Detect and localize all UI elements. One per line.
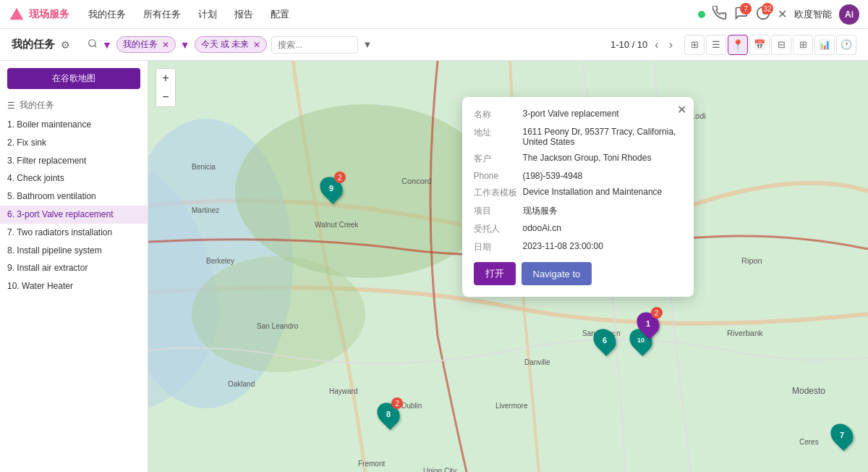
svg-text:Concord: Concord [401,177,432,185]
filter-icon-2: ▼ [180,39,190,51]
user-name: 欧度智能 [794,8,832,21]
nav-item-alltasks[interactable]: 所有任务 [136,5,188,24]
view-table-button[interactable]: ⊞ [793,35,813,55]
nav-right: 7 32 ✕ 欧度智能 Ai [698,4,859,25]
popup-row-phone: Phone (198)-539-4948 [474,171,682,181]
view-list-button[interactable]: ☰ [706,35,726,55]
marker-7-label: 7 [840,431,844,439]
svg-text:Hayward: Hayward [329,387,357,395]
marker-8[interactable]: 8 2 [378,402,399,426]
pagination-text: 1-10 / 10 [610,39,647,50]
sidebar-section-title: ☰ 我的任务 [0,96,148,116]
nav-item-config[interactable]: 配置 [263,5,297,24]
pagination: 1-10 / 10 ‹ › [610,37,676,53]
popup-project-value: 现场服务 [523,205,558,217]
svg-text:Benicia: Benicia [192,163,216,171]
popup-assignee-value: odooAi.cn [523,223,561,235]
filter-chip-mytasks[interactable]: 我的任务 ✕ [116,36,176,53]
task-item-1[interactable]: 1. Boiler maintenance [0,116,148,134]
nav-item-plan[interactable]: 计划 [191,5,224,24]
popup-template-label: 工作表模板 [474,187,517,199]
filter-chip-date[interactable]: 今天 或 未来 ✕ [195,36,268,53]
nav-item-mytasks[interactable]: 我的任务 [81,5,133,24]
svg-text:Modesto: Modesto [792,386,825,396]
phone-badge[interactable] [712,6,727,22]
view-clock-button[interactable]: 🕐 [836,35,856,55]
popup-template-value: Device Installation and Maintenance [523,187,663,199]
svg-text:Fremont: Fremont [358,460,385,468]
svg-text:Riverbank: Riverbank [727,329,763,337]
page-title: 我的任务 [12,38,55,51]
logo-text: 现场服务 [29,8,69,21]
svg-text:Livermore: Livermore [495,402,528,410]
marker-9-badge: 2 [334,172,346,183]
task-item-8[interactable]: 8. Install pipeline system [0,242,148,260]
popup-date-value: 2023-11-08 23:00:00 [523,241,603,253]
logo[interactable]: 现场服务 [9,7,69,22]
task-item-7[interactable]: 7. Two radiators installation [0,224,148,242]
popup-name-value: 3-port Valve replacement [523,109,619,121]
marker-8-label: 8 [386,410,391,418]
remove-filter-mytasks[interactable]: ✕ [162,40,169,50]
message-badge[interactable]: 7 [734,6,749,22]
zoom-in-button[interactable]: + [156,69,175,88]
popup-address-value: 1611 Peony Dr, 95377 Tracy, California, … [523,127,682,147]
marker-9-label: 9 [329,184,333,193]
sub-header: 我的任务 ⚙ ▼ 我的任务 ✕ ▼ 今天 或 未来 ✕ ▼ 1-10 / 10 … [0,29,868,61]
remove-filter-date[interactable]: ✕ [253,40,260,50]
view-kanban-button[interactable]: ⊞ [684,35,705,55]
popup-navigate-button[interactable]: Navigate to [522,262,592,285]
nav-menu: 我的任务 所有任务 计划 报告 配置 [81,5,297,24]
map-area[interactable]: Concord Walnut Creek San Leandro Hayward… [148,61,868,472]
task-item-3[interactable]: 3. Filter replacement [0,152,148,170]
view-tablecol-button[interactable]: ⊟ [771,35,791,55]
marker-1-badge: 2 [651,307,663,319]
popup-row-name: 名称 3-port Valve replacement [474,109,682,121]
next-page-button[interactable]: › [666,37,676,53]
settings-gear-icon[interactable]: ⚙ [61,39,70,51]
search-icon[interactable] [88,38,98,51]
main-content: 在谷歌地图 ☰ 我的任务 1. Boiler maintenance 2. Fi… [0,61,868,472]
filter-chip-mytasks-label: 我的任务 [123,38,158,51]
view-calendar-button[interactable]: 📅 [749,35,770,55]
popup-row-assignee: 受托人 odooAi.cn [474,223,682,235]
marker-7[interactable]: 7 [832,423,852,447]
status-indicator [698,11,705,18]
view-chart-button[interactable]: 📊 [814,35,835,55]
user-avatar[interactable]: Ai [839,4,859,25]
popup-open-button[interactable]: 打开 [474,262,516,285]
activity-badge[interactable]: 32 [756,6,770,22]
svg-text:Union City: Union City [423,467,456,472]
svg-text:Ripon: Ripon [741,256,762,265]
settings-icon[interactable]: ✕ [778,7,787,21]
popup-date-label: 日期 [474,241,517,253]
task-item-10[interactable]: 10. Water Heater [0,277,148,295]
popup-actions: 打开 Navigate to [474,262,682,285]
search-input[interactable] [271,36,358,54]
zoom-out-button[interactable]: − [156,88,175,106]
popup-phone-value: (198)-539-4948 [523,171,583,181]
svg-text:Dublin: Dublin [401,402,422,410]
popup-row-address: 地址 1611 Peony Dr, 95377 Tracy, Californi… [474,127,682,147]
popup-address-label: 地址 [474,127,517,147]
page-title-area: 我的任务 ⚙ [12,38,70,51]
task-item-9[interactable]: 9. Install air extractor [0,259,148,277]
task-item-4[interactable]: 4. Check joints [0,169,148,187]
filter-chip-date-label: 今天 或 未来 [201,38,250,51]
popup-customer-label: 客户 [474,153,517,165]
prev-page-button[interactable]: ‹ [652,37,661,53]
task-item-2[interactable]: 2. Fix sink [0,134,148,152]
popup-close-button[interactable]: ✕ [677,104,686,116]
search-dropdown-arrow[interactable]: ▼ [362,39,372,50]
nav-item-report[interactable]: 报告 [227,5,260,24]
task-item-6[interactable]: 6. 3-port Valve replacement [0,206,148,224]
marker-9[interactable]: 9 2 [321,176,341,201]
popup-assignee-label: 受托人 [474,223,517,235]
activity-count: 32 [762,3,773,14]
marker-6[interactable]: 6 [595,328,615,353]
google-maps-button[interactable]: 在谷歌地图 [7,68,140,89]
marker-1[interactable]: 1 2 [638,311,658,336]
task-item-5[interactable]: 5. Bathroom ventilation [0,187,148,206]
view-map-button[interactable]: 📍 [728,35,748,55]
marker-6-label: 6 [603,336,607,345]
